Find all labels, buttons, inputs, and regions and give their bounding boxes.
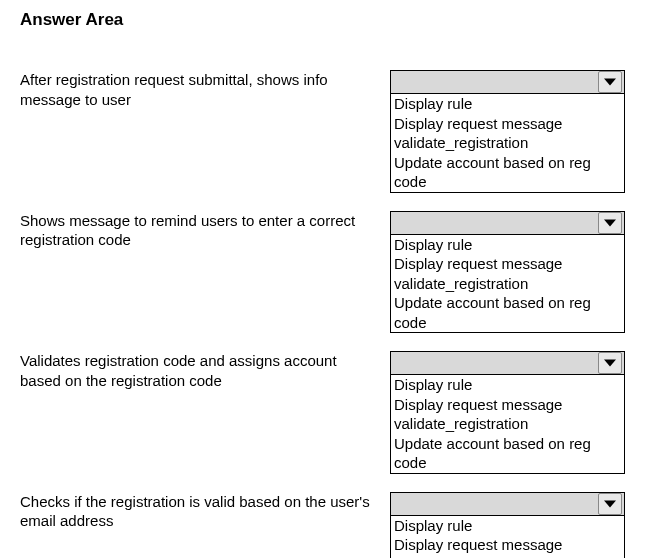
dropdown-option[interactable]: validate_registration (391, 414, 624, 434)
dropdown-option[interactable]: Display request message (391, 535, 624, 555)
dropdown-option[interactable]: validate_registration (391, 133, 624, 153)
dropdown-select[interactable] (390, 492, 625, 515)
dropdown-option[interactable]: Display rule (391, 516, 624, 536)
svg-marker-0 (604, 78, 616, 85)
dropdown-option[interactable]: validate_registration (391, 555, 624, 559)
dropdown-option[interactable]: Display rule (391, 235, 624, 255)
dropdown-option[interactable]: validate_registration (391, 274, 624, 294)
dropdown-options: Display rule Display request message val… (390, 374, 625, 474)
prompt-text: Checks if the registration is valid base… (20, 492, 390, 531)
answer-row: After registration request submittal, sh… (20, 70, 626, 193)
dropdown-select[interactable] (390, 70, 625, 93)
dropdown-select[interactable] (390, 211, 625, 234)
dropdown-column: Display rule Display request message val… (390, 351, 625, 474)
dropdown-option[interactable]: Display rule (391, 94, 624, 114)
prompt-text: After registration request submittal, sh… (20, 70, 390, 109)
svg-marker-1 (604, 219, 616, 226)
dropdown-options: Display rule Display request message val… (390, 93, 625, 193)
chevron-down-icon[interactable] (598, 493, 622, 515)
answer-row: Validates registration code and assigns … (20, 351, 626, 474)
prompt-text: Shows message to remind users to enter a… (20, 211, 390, 250)
dropdown-column: Display rule Display request message val… (390, 70, 625, 193)
svg-marker-3 (604, 500, 616, 507)
dropdown-column: Display rule Display request message val… (390, 492, 625, 559)
chevron-down-icon[interactable] (598, 71, 622, 93)
dropdown-option[interactable]: Display request message (391, 114, 624, 134)
dropdown-options: Display rule Display request message val… (390, 234, 625, 334)
dropdown-options: Display rule Display request message val… (390, 515, 625, 559)
svg-marker-2 (604, 359, 616, 366)
dropdown-option[interactable]: Display request message (391, 254, 624, 274)
chevron-down-icon[interactable] (598, 352, 622, 374)
page-title: Answer Area (20, 10, 626, 30)
dropdown-option[interactable]: Update account based on reg code (391, 293, 624, 332)
dropdown-option[interactable]: Update account based on reg code (391, 434, 624, 473)
dropdown-column: Display rule Display request message val… (390, 211, 625, 334)
answer-row: Checks if the registration is valid base… (20, 492, 626, 559)
dropdown-option[interactable]: Update account based on reg code (391, 153, 624, 192)
dropdown-option[interactable]: Display rule (391, 375, 624, 395)
dropdown-select[interactable] (390, 351, 625, 374)
prompt-text: Validates registration code and assigns … (20, 351, 390, 390)
dropdown-option[interactable]: Display request message (391, 395, 624, 415)
chevron-down-icon[interactable] (598, 212, 622, 234)
answer-row: Shows message to remind users to enter a… (20, 211, 626, 334)
